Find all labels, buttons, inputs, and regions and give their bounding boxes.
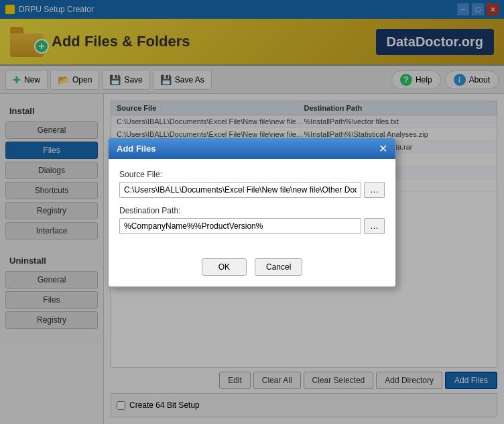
modal-ok-button[interactable]: OK [202, 258, 247, 276]
dest-browse-button[interactable]: … [364, 218, 385, 234]
source-file-input[interactable] [119, 182, 361, 198]
modal-body: Source File: … Destination Path: … [109, 159, 395, 253]
dest-input-row: … [119, 218, 385, 234]
dest-path-input[interactable] [119, 218, 361, 234]
modal-footer: OK Cancel [109, 253, 395, 286]
source-label: Source File: [119, 170, 385, 179]
modal-overlay: Add Files ✕ Source File: … Destination P… [0, 0, 504, 424]
source-input-row: … [119, 182, 385, 198]
modal-header: Add Files ✕ [109, 138, 395, 159]
dest-label: Destination Path: [119, 206, 385, 215]
add-files-modal: Add Files ✕ Source File: … Destination P… [108, 138, 396, 287]
modal-close-button[interactable]: ✕ [379, 142, 387, 155]
modal-cancel-button[interactable]: Cancel [255, 258, 302, 276]
modal-title: Add Files [117, 144, 156, 154]
source-browse-button[interactable]: … [364, 182, 385, 198]
